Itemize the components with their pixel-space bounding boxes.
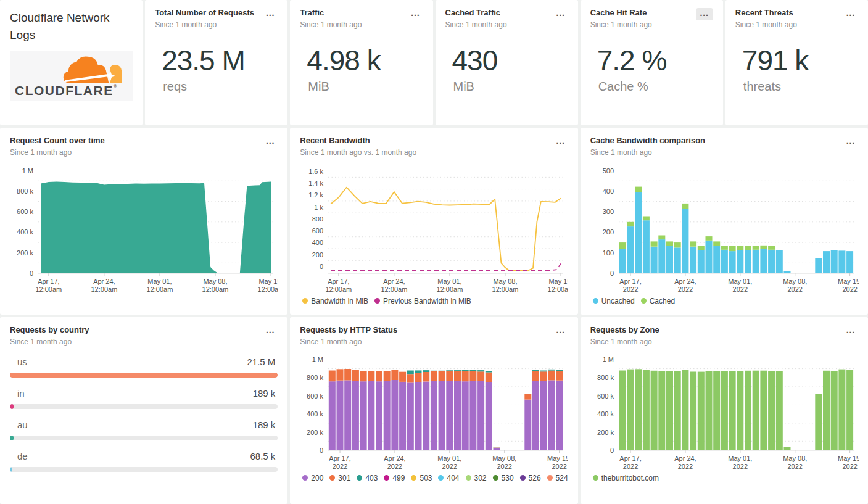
legend-item[interactable]: 301 [329,474,350,482]
country-bar-fill [10,373,278,378]
svg-text:May 15,2022: May 15,2022 [838,455,859,470]
http-status-bar-chart[interactable]: 1 M800 k600 k400 k200 k0Apr 17,2022Apr 2… [300,347,568,474]
svg-text:1 M: 1 M [602,356,613,363]
card-menu-icon[interactable]: … [843,136,858,148]
legend-item[interactable]: 403 [357,474,378,482]
card-subtitle: Since 1 month ago [155,20,254,29]
svg-text:May 08,2022: May 08,2022 [493,455,517,470]
svg-text:600 k: 600 k [307,392,323,400]
bandwidth-line-chart[interactable]: 1.6 k1.4 k1.2 k1 k8006004002000Apr 17,12… [300,158,568,297]
country-bar-fill [10,436,14,440]
svg-text:200: 200 [312,251,323,258]
stat-card-cached-traffic: Cached Traffic Since 1 month ago … 430 M… [436,0,578,125]
country-label: de [17,451,28,461]
chart-legend: 200301403499503404302530526524 [302,474,568,482]
card-menu-icon[interactable]: … [263,8,278,20]
card-subtitle: Since 1 month ago [590,148,705,157]
svg-text:May 01,2022: May 01,2022 [728,455,752,470]
stat-value: 4.98 k [307,44,423,77]
card-menu-icon[interactable]: … [843,8,858,20]
svg-text:0: 0 [320,263,323,270]
stat-card-cache-hit-rate: Cache Hit Rate Since 1 month ago … 7.2 %… [581,0,723,125]
chart-card-request-count: Request Count over time Since 1 month ag… [0,128,287,315]
card-subtitle: Since 1 month ago [10,337,89,346]
request-count-area-chart[interactable]: 1 M800 k600 k400 k200 k0Apr 17,12:00amAp… [10,158,278,297]
card-subtitle: Since 1 month ago [590,20,652,29]
svg-text:May 15,2022: May 15,2022 [838,278,859,293]
svg-text:May 15,12:00am: May 15,12:00am [258,278,278,293]
svg-text:200: 200 [602,228,613,236]
card-menu-icon[interactable]: … [408,8,423,20]
card-menu-icon[interactable]: … [843,325,858,337]
legend-item[interactable]: 200 [302,474,323,482]
svg-text:800: 800 [312,215,323,223]
svg-text:May 08,2022: May 08,2022 [783,278,807,293]
card-menu-icon[interactable]: … [553,8,568,20]
chart-card-cache-bandwidth: Cache Bandwidth comparison Since 1 month… [581,128,868,315]
country-label: au [17,419,28,430]
card-title: Recent Bandwidth [300,136,416,146]
svg-text:Apr 17,2022: Apr 17,2022 [619,278,641,293]
card-menu-icon[interactable]: … [263,325,278,337]
legend-item[interactable]: 302 [466,474,487,482]
stat-card-traffic: Traffic Since 1 month ago … 4.98 k MiB [290,0,432,125]
card-menu-icon[interactable]: … [263,136,278,148]
legend-item[interactable]: Cached [641,297,675,305]
stat-value: 23.5 M [162,44,278,77]
legend-dot-icon [641,298,647,304]
svg-text:100: 100 [602,249,613,257]
card-menu-icon[interactable]: … [553,136,568,148]
svg-text:Apr 24,12:00am: Apr 24,12:00am [91,278,117,293]
svg-text:May 15,12:00am: May 15,12:00am [548,278,568,293]
svg-text:600 k: 600 k [597,392,614,400]
card-subtitle: Since 1 month ago [735,20,797,29]
svg-text:May 08,12:00am: May 08,12:00am [202,278,229,293]
country-label: in [17,388,25,399]
svg-text:May 01,12:00am: May 01,12:00am [437,278,463,293]
svg-text:1 M: 1 M [312,356,323,363]
legend-dot-icon [593,475,598,481]
country-value: 21.5 M [247,357,275,367]
cache-bandwidth-bar-chart[interactable]: 5004003002001000Apr 17,2022Apr 24,2022Ma… [590,158,859,297]
card-menu-icon[interactable]: … [696,8,713,20]
country-label: us [17,357,27,367]
legend-dot-icon [493,475,498,481]
legend-item[interactable]: 524 [547,474,568,482]
country-bar-list: us 21.5 M in 189 k au 189 k [10,357,278,472]
dashboard: Cloudflare Network Logs CLOUDFLARE® Tota… [0,0,868,504]
svg-text:May 01,2022: May 01,2022 [728,278,752,293]
legend-item[interactable]: 499 [384,474,405,482]
card-title: Requests by Zone [590,325,659,336]
country-row-in[interactable]: in 189 k [10,388,278,409]
legend-dot-icon [374,298,380,304]
country-row-au[interactable]: au 189 k [10,419,278,440]
legend-dot-icon [384,475,389,481]
country-row-de[interactable]: de 68.5 k [10,451,278,472]
legend-item[interactable]: theburritobot.com [593,474,659,482]
svg-text:0: 0 [320,447,323,454]
legend-item[interactable]: Bandwidth in MiB [302,297,368,305]
svg-text:400 k: 400 k [17,228,33,236]
card-title: Cached Traffic [445,8,507,19]
chart-card-http-status: Requests by HTTP Status Since 1 month ag… [290,317,577,504]
card-menu-icon[interactable]: … [553,325,568,337]
legend-item[interactable]: 404 [438,474,459,482]
card-title: Recent Threats [735,8,797,19]
legend-item[interactable]: Previous Bandwidth in MiB [374,297,471,305]
card-subtitle: Since 1 month ago [300,337,397,346]
legend-dot-icon [357,475,362,481]
legend-item[interactable]: 526 [520,474,541,482]
chart-card-requests-by-country: Requests by country Since 1 month ago … … [0,317,287,504]
legend-item[interactable]: 530 [493,474,514,482]
svg-text:600 k: 600 k [17,208,33,215]
legend-item[interactable]: Uncached [593,297,635,305]
stat-unit: threats [743,80,858,94]
legend-item[interactable]: 503 [411,474,432,482]
svg-text:400: 400 [602,188,613,195]
country-row-us[interactable]: us 21.5 M [10,357,278,378]
card-title: Cache Hit Rate [590,8,652,19]
zone-bar-chart[interactable]: 1 M800 k600 k400 k200 k0Apr 17,2022Apr 2… [590,347,859,474]
svg-text:Apr 17,12:00am: Apr 17,12:00am [35,278,62,293]
card-subtitle: Since 1 month ago [10,148,105,157]
stat-value: 7.2 % [597,44,713,77]
